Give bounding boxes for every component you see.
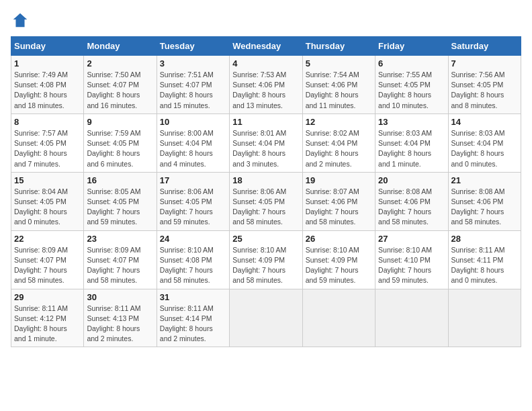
day-number: 18 (232, 175, 299, 185)
column-header-friday: Friday (375, 37, 448, 56)
calendar-body: 1Sunrise: 7:49 AMSunset: 4:08 PMDaylight… (11, 56, 521, 347)
day-number: 17 (160, 175, 226, 185)
page-header (11, 11, 521, 30)
day-number: 13 (378, 117, 445, 127)
cell-details: Sunrise: 8:00 AMSunset: 4:04 PMDaylight:… (160, 128, 226, 169)
logo (11, 11, 32, 30)
day-number: 10 (160, 117, 226, 127)
calendar-cell: 17Sunrise: 8:06 AMSunset: 4:05 PMDayligh… (157, 172, 229, 230)
calendar-cell: 15Sunrise: 8:04 AMSunset: 4:05 PMDayligh… (11, 172, 84, 230)
calendar-cell: 10Sunrise: 8:00 AMSunset: 4:04 PMDayligh… (157, 113, 229, 172)
cell-details: Sunrise: 8:10 AMSunset: 4:08 PMDaylight:… (160, 245, 226, 286)
day-number: 14 (451, 117, 518, 127)
calendar-cell (375, 289, 448, 347)
column-header-saturday: Saturday (448, 37, 521, 56)
day-number: 11 (232, 117, 299, 127)
calendar-cell: 12Sunrise: 8:02 AMSunset: 4:04 PMDayligh… (302, 113, 375, 172)
calendar-week-3: 15Sunrise: 8:04 AMSunset: 4:05 PMDayligh… (11, 172, 521, 230)
day-number: 22 (14, 234, 81, 244)
day-number: 24 (160, 234, 226, 244)
cell-details: Sunrise: 8:11 AMSunset: 4:11 PMDaylight:… (451, 245, 518, 286)
cell-details: Sunrise: 7:57 AMSunset: 4:05 PMDaylight:… (14, 128, 81, 169)
cell-details: Sunrise: 8:07 AMSunset: 4:06 PMDaylight:… (306, 187, 372, 228)
calendar-table: SundayMondayTuesdayWednesdayThursdayFrid… (11, 36, 521, 347)
calendar-cell: 3Sunrise: 7:51 AMSunset: 4:07 PMDaylight… (157, 56, 229, 114)
day-number: 20 (378, 175, 445, 185)
calendar-cell: 21Sunrise: 8:08 AMSunset: 4:06 PMDayligh… (448, 172, 521, 230)
calendar-cell: 18Sunrise: 8:06 AMSunset: 4:05 PMDayligh… (230, 172, 302, 230)
calendar-cell: 22Sunrise: 8:09 AMSunset: 4:07 PMDayligh… (11, 230, 84, 289)
day-number: 26 (306, 234, 372, 244)
cell-details: Sunrise: 8:03 AMSunset: 4:04 PMDaylight:… (378, 128, 445, 169)
cell-details: Sunrise: 8:06 AMSunset: 4:05 PMDaylight:… (232, 187, 299, 228)
day-number: 1 (14, 58, 81, 68)
day-number: 16 (87, 175, 153, 185)
calendar-cell (302, 289, 375, 347)
calendar-cell: 8Sunrise: 7:57 AMSunset: 4:05 PMDaylight… (11, 113, 84, 172)
day-number: 15 (14, 175, 81, 185)
svg-marker-0 (13, 13, 28, 28)
calendar-cell: 9Sunrise: 7:59 AMSunset: 4:05 PMDaylight… (84, 113, 157, 172)
calendar-cell: 7Sunrise: 7:56 AMSunset: 4:05 PMDaylight… (448, 56, 521, 114)
cell-details: Sunrise: 8:11 AMSunset: 4:13 PMDaylight:… (87, 304, 153, 345)
day-number: 7 (451, 58, 518, 68)
calendar-cell (230, 289, 302, 347)
day-number: 27 (378, 234, 445, 244)
cell-details: Sunrise: 8:11 AMSunset: 4:14 PMDaylight:… (160, 304, 226, 345)
calendar-week-1: 1Sunrise: 7:49 AMSunset: 4:08 PMDaylight… (11, 56, 521, 114)
calendar-cell: 5Sunrise: 7:54 AMSunset: 4:06 PMDaylight… (302, 56, 375, 114)
cell-details: Sunrise: 7:53 AMSunset: 4:06 PMDaylight:… (232, 70, 299, 111)
day-number: 30 (87, 292, 153, 302)
cell-details: Sunrise: 8:10 AMSunset: 4:09 PMDaylight:… (232, 245, 299, 286)
calendar-cell: 26Sunrise: 8:10 AMSunset: 4:09 PMDayligh… (302, 230, 375, 289)
calendar-cell (448, 289, 521, 347)
column-header-sunday: Sunday (11, 37, 84, 56)
cell-details: Sunrise: 8:09 AMSunset: 4:07 PMDaylight:… (14, 245, 81, 286)
day-number: 28 (451, 234, 518, 244)
cell-details: Sunrise: 8:03 AMSunset: 4:04 PMDaylight:… (451, 128, 518, 169)
calendar-cell: 19Sunrise: 8:07 AMSunset: 4:06 PMDayligh… (302, 172, 375, 230)
calendar-header: SundayMondayTuesdayWednesdayThursdayFrid… (11, 37, 521, 56)
day-number: 3 (160, 58, 226, 68)
day-number: 8 (14, 117, 81, 127)
calendar-week-4: 22Sunrise: 8:09 AMSunset: 4:07 PMDayligh… (11, 230, 521, 289)
calendar-week-2: 8Sunrise: 7:57 AMSunset: 4:05 PMDaylight… (11, 113, 521, 172)
calendar-cell: 16Sunrise: 8:05 AMSunset: 4:05 PMDayligh… (84, 172, 157, 230)
day-number: 29 (14, 292, 81, 302)
calendar-cell: 20Sunrise: 8:08 AMSunset: 4:06 PMDayligh… (375, 172, 448, 230)
column-header-monday: Monday (84, 37, 157, 56)
day-number: 5 (306, 58, 372, 68)
day-number: 12 (306, 117, 372, 127)
day-number: 21 (451, 175, 518, 185)
day-number: 23 (87, 234, 153, 244)
day-number: 31 (160, 292, 226, 302)
day-number: 6 (378, 58, 445, 68)
calendar-cell: 24Sunrise: 8:10 AMSunset: 4:08 PMDayligh… (157, 230, 229, 289)
calendar-cell: 14Sunrise: 8:03 AMSunset: 4:04 PMDayligh… (448, 113, 521, 172)
day-number: 9 (87, 117, 153, 127)
calendar-cell: 11Sunrise: 8:01 AMSunset: 4:04 PMDayligh… (230, 113, 302, 172)
calendar-week-5: 29Sunrise: 8:11 AMSunset: 4:12 PMDayligh… (11, 289, 521, 347)
cell-details: Sunrise: 8:08 AMSunset: 4:06 PMDaylight:… (378, 187, 445, 228)
calendar-cell: 13Sunrise: 8:03 AMSunset: 4:04 PMDayligh… (375, 113, 448, 172)
cell-details: Sunrise: 8:06 AMSunset: 4:05 PMDaylight:… (160, 187, 226, 228)
cell-details: Sunrise: 8:01 AMSunset: 4:04 PMDaylight:… (232, 128, 299, 169)
cell-details: Sunrise: 7:56 AMSunset: 4:05 PMDaylight:… (451, 70, 518, 111)
calendar-cell: 31Sunrise: 8:11 AMSunset: 4:14 PMDayligh… (157, 289, 229, 347)
column-header-wednesday: Wednesday (230, 37, 302, 56)
day-number: 25 (232, 234, 299, 244)
logo-icon (11, 11, 30, 30)
cell-details: Sunrise: 8:05 AMSunset: 4:05 PMDaylight:… (87, 187, 153, 228)
calendar-cell: 28Sunrise: 8:11 AMSunset: 4:11 PMDayligh… (448, 230, 521, 289)
cell-details: Sunrise: 8:10 AMSunset: 4:10 PMDaylight:… (378, 245, 445, 286)
calendar-cell: 27Sunrise: 8:10 AMSunset: 4:10 PMDayligh… (375, 230, 448, 289)
cell-details: Sunrise: 7:51 AMSunset: 4:07 PMDaylight:… (160, 70, 226, 111)
column-header-thursday: Thursday (302, 37, 375, 56)
calendar-cell: 2Sunrise: 7:50 AMSunset: 4:07 PMDaylight… (84, 56, 157, 114)
calendar-cell: 1Sunrise: 7:49 AMSunset: 4:08 PMDaylight… (11, 56, 84, 114)
cell-details: Sunrise: 7:55 AMSunset: 4:05 PMDaylight:… (378, 70, 445, 111)
calendar-cell: 6Sunrise: 7:55 AMSunset: 4:05 PMDaylight… (375, 56, 448, 114)
calendar-cell: 30Sunrise: 8:11 AMSunset: 4:13 PMDayligh… (84, 289, 157, 347)
day-number: 4 (232, 58, 299, 68)
column-header-tuesday: Tuesday (157, 37, 229, 56)
